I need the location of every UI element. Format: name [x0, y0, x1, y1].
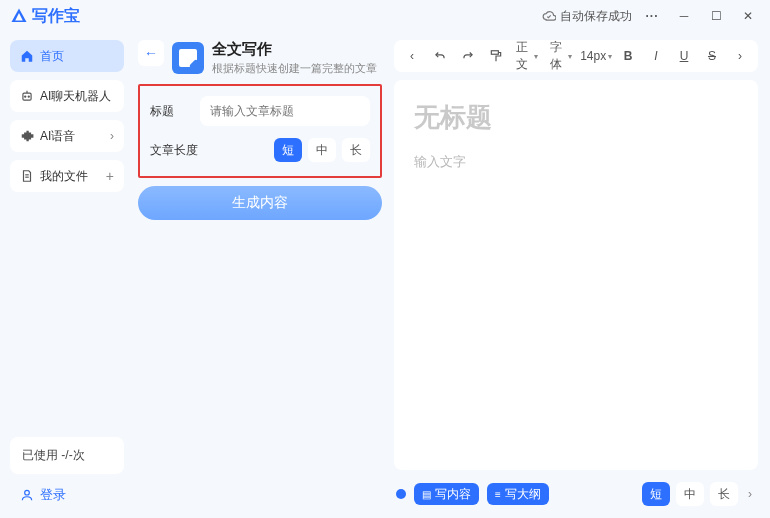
svg-rect-7	[491, 51, 498, 55]
write-content-button[interactable]: ▤写内容	[414, 483, 479, 505]
usage-text: 已使用 -/-次	[22, 448, 85, 462]
length-short[interactable]: 短	[274, 138, 302, 162]
login-button[interactable]: 登录	[10, 480, 124, 510]
autosave-status: 自动保存成功	[542, 8, 632, 25]
chevron-right-icon: ›	[110, 129, 114, 143]
plus-icon[interactable]: +	[106, 168, 114, 184]
write-content-label: 写内容	[435, 486, 471, 503]
sidebar-item-label: AI聊天机器人	[40, 88, 111, 105]
sidebar-item-label: 首页	[40, 48, 64, 65]
field-label-length: 文章长度	[150, 142, 202, 159]
doc-icon: ▤	[422, 489, 431, 500]
status-dot	[396, 489, 406, 499]
italic-button[interactable]: I	[644, 44, 668, 68]
cloud-check-icon	[542, 9, 556, 23]
sidebar-item-aivoice[interactable]: AI语音 ›	[10, 120, 124, 152]
sidebar-item-myfiles[interactable]: 我的文件 +	[10, 160, 124, 192]
more-button[interactable]: ···	[640, 4, 664, 28]
font-select[interactable]: 字体	[546, 44, 576, 68]
toolbar-next[interactable]: ›	[728, 44, 752, 68]
format-paint-button[interactable]	[484, 44, 508, 68]
editor-panel: ‹ 正文 字体 14px B I U S › 无标题 输入文字 ▤写内容 ≡写大…	[390, 32, 770, 518]
length-medium[interactable]: 中	[308, 138, 336, 162]
bottom-length-medium[interactable]: 中	[676, 482, 704, 506]
login-label: 登录	[40, 486, 66, 504]
close-button[interactable]: ✕	[736, 4, 760, 28]
generate-button[interactable]: 生成内容	[138, 186, 382, 220]
back-button[interactable]: ←	[138, 40, 164, 66]
toolbar-prev[interactable]: ‹	[400, 44, 424, 68]
title-input[interactable]	[200, 96, 370, 126]
sidebar-item-home[interactable]: 首页	[10, 40, 124, 72]
underline-button[interactable]: U	[672, 44, 696, 68]
bold-button[interactable]: B	[616, 44, 640, 68]
svg-point-1	[25, 96, 26, 97]
sidebar-item-aichat[interactable]: AI聊天机器人	[10, 80, 124, 112]
doc-title-placeholder[interactable]: 无标题	[414, 100, 738, 135]
write-outline-button[interactable]: ≡写大纲	[487, 483, 549, 505]
tool-title: 全文写作	[212, 40, 377, 59]
tool-subtitle: 根据标题快速创建一篇完整的文章	[212, 61, 377, 76]
write-outline-label: 写大纲	[505, 486, 541, 503]
home-icon	[20, 49, 34, 63]
generate-label: 生成内容	[232, 194, 288, 212]
svg-point-6	[25, 490, 30, 495]
titlebar: 写作宝 自动保存成功 ··· ─ ☐ ✕	[0, 0, 770, 32]
paragraph-style-select[interactable]: 正文	[512, 44, 542, 68]
file-icon	[20, 169, 34, 183]
form-highlighted: 标题 文章长度 短 中 长	[138, 84, 382, 178]
bottom-next[interactable]: ›	[744, 487, 756, 501]
undo-button[interactable]	[428, 44, 452, 68]
list-icon: ≡	[495, 489, 501, 500]
config-panel: ← 全文写作 根据标题快速创建一篇完整的文章 标题 文章长度 短 中 长	[134, 32, 390, 518]
bottom-bar: ▤写内容 ≡写大纲 短 中 长 ›	[394, 478, 758, 510]
doc-body-placeholder[interactable]: 输入文字	[414, 153, 738, 171]
sidebar-item-label: 我的文件	[40, 168, 88, 185]
fontsize-select[interactable]: 14px	[580, 44, 612, 68]
sound-icon	[20, 129, 34, 143]
app-name: 写作宝	[32, 6, 80, 27]
minimize-button[interactable]: ─	[672, 4, 696, 28]
autosave-label: 自动保存成功	[560, 8, 632, 25]
svg-point-2	[28, 96, 29, 97]
strike-button[interactable]: S	[700, 44, 724, 68]
maximize-button[interactable]: ☐	[704, 4, 728, 28]
sidebar: 首页 AI聊天机器人 AI语音 › 我的文件 + 已使用 -/-次 登录	[0, 32, 134, 518]
sidebar-item-label: AI语音	[40, 128, 75, 145]
logo: 写作宝	[10, 6, 80, 27]
redo-button[interactable]	[456, 44, 480, 68]
user-icon	[20, 488, 34, 502]
logo-icon	[10, 7, 28, 25]
robot-icon	[20, 89, 34, 103]
usage-card: 已使用 -/-次	[10, 437, 124, 474]
field-label-title: 标题	[150, 103, 190, 120]
tool-icon	[172, 42, 204, 74]
bottom-length-long[interactable]: 长	[710, 482, 738, 506]
length-long[interactable]: 长	[342, 138, 370, 162]
editor-body[interactable]: 无标题 输入文字	[394, 80, 758, 470]
editor-toolbar: ‹ 正文 字体 14px B I U S ›	[394, 40, 758, 72]
bottom-length-short[interactable]: 短	[642, 482, 670, 506]
